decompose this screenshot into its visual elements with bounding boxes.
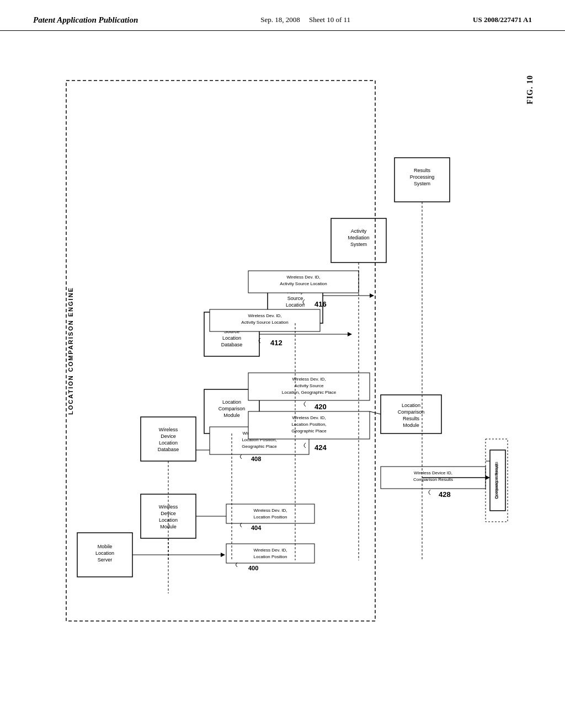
svg-text:System: System xyxy=(414,181,430,186)
svg-text:400: 400 xyxy=(248,565,258,571)
svg-text:Wireless Device ID,: Wireless Device ID, xyxy=(414,470,452,475)
svg-text:416: 416 xyxy=(315,300,327,308)
patent-diagram: LOCATION COMPARISON ENGINE Mobile Locati… xyxy=(33,64,513,698)
svg-text:Location: Location xyxy=(286,302,305,308)
svg-text:Activity: Activity xyxy=(351,228,367,234)
svg-text:Server: Server xyxy=(98,557,113,563)
svg-text:Location Position: Location Position xyxy=(254,515,287,520)
svg-text:412: 412 xyxy=(270,339,282,347)
svg-rect-40 xyxy=(226,544,315,563)
svg-text:Results: Results xyxy=(414,168,431,173)
svg-text:Location: Location xyxy=(402,403,420,408)
svg-text:Source: Source xyxy=(287,296,303,301)
svg-text:408: 408 xyxy=(251,456,261,462)
svg-text:Wireless Device ID: Wireless Device ID xyxy=(494,464,499,499)
page-header: Patent Application Publication Sep. 18, … xyxy=(0,0,565,31)
svg-text:Location Position,: Location Position, xyxy=(291,422,326,427)
header-title: Patent Application Publication xyxy=(33,15,138,25)
svg-rect-11 xyxy=(141,417,196,461)
svg-rect-46 xyxy=(226,504,315,523)
svg-rect-30 xyxy=(331,218,386,263)
svg-text:Wireless Dev. ID,: Wireless Dev. ID, xyxy=(248,313,281,318)
svg-text:Wireless Dev. ID,: Wireless Dev. ID, xyxy=(286,275,320,280)
svg-text:Location, Geographic Place: Location, Geographic Place xyxy=(282,390,337,395)
svg-text:LOCATION COMPARISON ENGINE: LOCATION COMPARISON ENGINE xyxy=(67,287,74,415)
svg-text:404: 404 xyxy=(251,524,262,531)
svg-text:Location: Location xyxy=(95,550,114,556)
svg-marker-39 xyxy=(221,553,225,557)
svg-marker-58 xyxy=(348,332,352,336)
svg-text:Location Position: Location Position xyxy=(254,554,287,559)
svg-marker-64 xyxy=(370,293,374,298)
svg-rect-0 xyxy=(66,81,375,621)
svg-text:Activity Source Location: Activity Source Location xyxy=(280,281,327,286)
svg-text:Comparison: Comparison xyxy=(218,406,246,411)
svg-text:Mediation: Mediation xyxy=(348,235,369,240)
diagram-area: FIG. 10 LOCATION COMPARISON ENGINE Mobil… xyxy=(0,31,565,715)
header-sheet: Sheet 10 of 11 xyxy=(309,15,350,24)
svg-text:Activity Source: Activity Source xyxy=(295,383,324,388)
svg-text:Database: Database xyxy=(158,447,179,452)
header-date-sheet: Sep. 18, 2008 Sheet 10 of 11 xyxy=(260,15,350,24)
header-patent-number: US 2008/227471 A1 xyxy=(473,15,532,24)
svg-text:Wireless Dev. ID,: Wireless Dev. ID, xyxy=(253,508,287,513)
svg-text:424: 424 xyxy=(315,443,327,452)
svg-text:420: 420 xyxy=(315,403,327,411)
svg-text:Database: Database xyxy=(221,342,243,347)
svg-text:Processing: Processing xyxy=(410,174,435,180)
figure-label: FIG. 10 xyxy=(526,75,535,104)
svg-text:System: System xyxy=(350,242,367,247)
svg-text:Wireless: Wireless xyxy=(159,427,178,432)
svg-text:Location: Location xyxy=(159,440,178,446)
svg-marker-96 xyxy=(486,475,490,480)
svg-text:Mobile: Mobile xyxy=(98,544,113,549)
svg-text:Location: Location xyxy=(222,335,241,341)
svg-text:Device: Device xyxy=(161,433,176,439)
svg-text:Activity Source Location: Activity Source Location xyxy=(241,320,288,325)
svg-text:Module: Module xyxy=(223,413,240,418)
svg-text:428: 428 xyxy=(439,490,451,499)
svg-text:Wireless Dev. ID,: Wireless Dev. ID, xyxy=(292,377,326,382)
svg-text:Comparison: Comparison xyxy=(398,409,425,415)
svg-text:Geographic Place: Geographic Place xyxy=(291,429,327,433)
header-date: Sep. 18, 2008 xyxy=(260,15,300,24)
svg-text:Module: Module xyxy=(403,422,419,428)
svg-text:Wireless Dev. ID,: Wireless Dev. ID, xyxy=(253,548,287,553)
svg-text:Results: Results xyxy=(403,416,420,421)
svg-text:Wireless Dev. ID,: Wireless Dev. ID, xyxy=(292,415,326,420)
svg-rect-34 xyxy=(395,158,450,202)
svg-text:Geographic Place: Geographic Place xyxy=(242,444,277,449)
svg-text:Location: Location xyxy=(222,399,241,405)
